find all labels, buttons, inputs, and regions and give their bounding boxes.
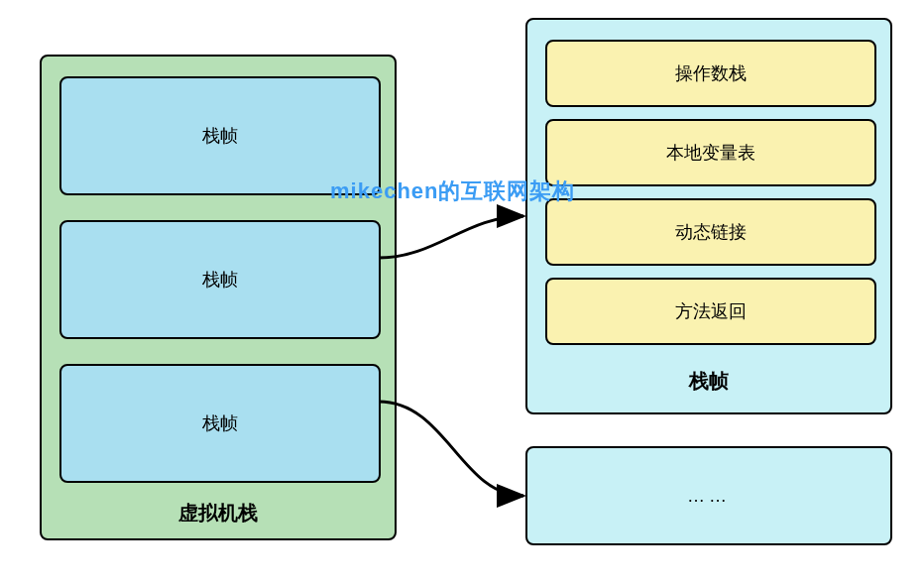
- stack-frame-3-label: 栈帧: [202, 411, 238, 435]
- stack-frame-1-label: 栈帧: [202, 124, 238, 148]
- stack-frame-3: 栈帧: [59, 364, 381, 483]
- frame-item-2-label: 本地变量表: [666, 141, 755, 165]
- frame-detail-title: 栈帧: [527, 368, 890, 395]
- frame-item-local-vars: 本地变量表: [545, 119, 876, 186]
- frame-item-1-label: 操作数栈: [675, 61, 747, 85]
- stack-frame-1: 栈帧: [59, 76, 381, 195]
- ellipsis-label: ……: [687, 486, 731, 507]
- vm-stack-container: 栈帧 栈帧 栈帧 虚拟机栈: [40, 55, 397, 540]
- ellipsis-box: ……: [525, 446, 892, 545]
- frame-item-method-return: 方法返回: [545, 278, 876, 345]
- frame-item-dynamic-linking: 动态链接: [545, 198, 876, 266]
- frame-item-3-label: 动态链接: [675, 220, 747, 244]
- frame-item-4-label: 方法返回: [675, 299, 747, 323]
- stack-frame-2-label: 栈帧: [202, 268, 238, 292]
- vm-stack-title: 虚拟机栈: [42, 500, 395, 526]
- arrow-frame2-to-detail: [379, 216, 523, 258]
- stack-frame-2: 栈帧: [59, 220, 381, 339]
- frame-item-operand-stack: 操作数栈: [545, 40, 876, 107]
- frame-detail-container: 操作数栈 本地变量表 动态链接 方法返回 栈帧: [525, 18, 892, 414]
- arrow-frame3-to-ellipsis: [379, 402, 523, 496]
